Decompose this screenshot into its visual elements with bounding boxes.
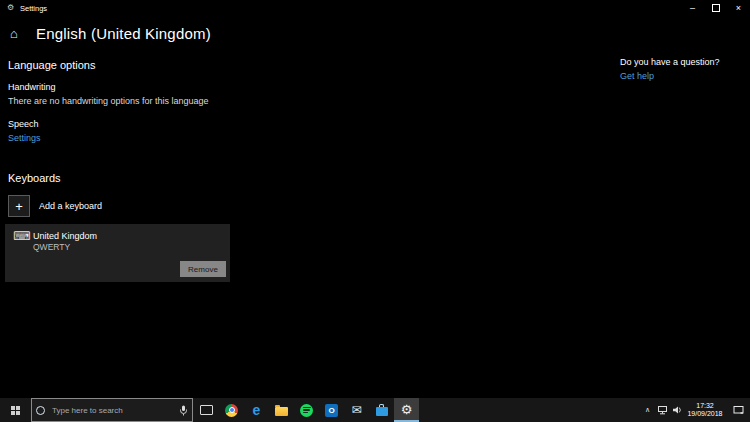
home-icon[interactable]: ⌂ xyxy=(10,26,18,41)
close-button[interactable]: × xyxy=(727,0,750,16)
window-title: Settings xyxy=(20,4,47,13)
taskbar-app-chrome[interactable] xyxy=(219,398,244,422)
taskbar-app-edge[interactable]: e xyxy=(244,398,269,422)
minimize-button[interactable]: – xyxy=(681,0,704,16)
search-input[interactable] xyxy=(50,405,179,416)
edge-icon: e xyxy=(253,403,261,417)
plus-icon: + xyxy=(8,195,30,217)
get-help-link[interactable]: Get help xyxy=(620,71,654,81)
windows-logo-icon xyxy=(11,406,20,415)
action-center-button[interactable] xyxy=(726,398,750,422)
clock-time: 17:32 xyxy=(696,402,714,411)
settings-gear-icon: ⚙ xyxy=(401,403,413,417)
network-tray-button[interactable] xyxy=(656,398,669,422)
start-button[interactable] xyxy=(0,398,31,422)
window-controls: – × xyxy=(681,0,750,16)
speech-settings-link[interactable]: Settings xyxy=(8,133,41,143)
volume-tray-button[interactable] xyxy=(671,398,684,422)
outlook-icon: O xyxy=(325,404,338,417)
mail-icon: ✉ xyxy=(351,404,361,417)
keyboard-layout: QWERTY xyxy=(33,242,70,252)
network-icon xyxy=(657,405,668,415)
taskbar-app-store[interactable] xyxy=(369,398,394,422)
taskbar-app-outlook[interactable]: O xyxy=(319,398,344,422)
taskbar-search[interactable] xyxy=(31,398,193,422)
taskbar-app-spotify[interactable] xyxy=(294,398,319,422)
page-title: English (United Kingdom) xyxy=(36,25,211,42)
taskbar-spacer xyxy=(419,398,641,422)
task-view-button[interactable] xyxy=(193,398,219,422)
titlebar: ⚙ Settings – × xyxy=(0,0,750,16)
keyboard-list-item[interactable]: ⌨ United Kingdom QWERTY Remove xyxy=(5,224,230,282)
chevron-up-icon: ∧ xyxy=(645,406,650,414)
remove-keyboard-button[interactable]: Remove xyxy=(180,261,226,277)
handwriting-label: Handwriting xyxy=(8,82,56,92)
taskbar: e O ✉ ⚙ ∧ xyxy=(0,398,750,422)
taskbar-app-file-explorer[interactable] xyxy=(269,398,294,422)
microphone-icon[interactable] xyxy=(179,405,188,416)
volume-icon xyxy=(672,405,683,415)
taskbar-clock[interactable]: 17:32 19/09/2018 xyxy=(684,398,726,422)
action-center-icon xyxy=(733,405,744,415)
system-tray: ∧ xyxy=(641,398,684,422)
file-explorer-icon xyxy=(275,407,288,416)
keyboards-heading: Keyboards xyxy=(8,172,61,184)
app-gear-icon: ⚙ xyxy=(7,3,14,13)
taskbar-app-settings[interactable]: ⚙ xyxy=(394,398,419,422)
keyboard-name: United Kingdom xyxy=(33,231,97,241)
keyboard-icon: ⌨ xyxy=(13,229,30,243)
spotify-icon xyxy=(300,404,313,417)
language-options-heading: Language options xyxy=(8,59,95,71)
clock-date: 19/09/2018 xyxy=(687,410,722,419)
help-question: Do you have a question? xyxy=(620,57,720,67)
taskbar-app-mail[interactable]: ✉ xyxy=(344,398,369,422)
store-icon xyxy=(376,407,388,416)
handwriting-status: There are no handwriting options for thi… xyxy=(8,96,209,106)
add-keyboard-button[interactable]: + Add a keyboard xyxy=(8,193,230,219)
add-keyboard-label: Add a keyboard xyxy=(39,201,102,211)
maximize-button[interactable] xyxy=(704,0,727,16)
settings-window: ⚙ Settings – × ⌂ English (United Kingdom… xyxy=(0,0,750,422)
cortana-icon xyxy=(36,406,45,415)
maximize-icon xyxy=(712,4,720,12)
task-view-icon xyxy=(200,405,213,415)
tray-overflow-button[interactable]: ∧ xyxy=(641,398,654,422)
chrome-icon xyxy=(225,404,238,417)
speech-label: Speech xyxy=(8,119,39,129)
